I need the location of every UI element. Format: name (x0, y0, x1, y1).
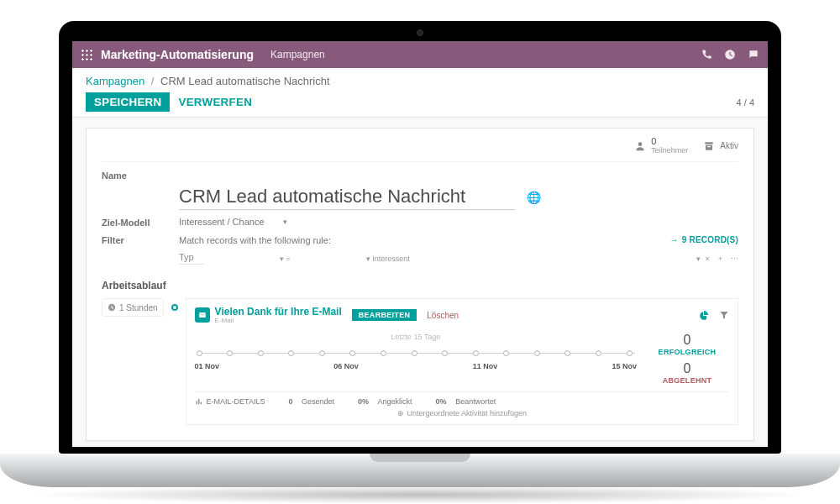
pie-icon[interactable] (699, 310, 709, 320)
activity-title[interactable]: Vielen Dank für Ihre E-Mail (215, 306, 342, 318)
xlabel: 15 Nov (612, 362, 637, 370)
active-stat[interactable]: Aktiv (703, 137, 738, 155)
email-details-link[interactable]: E-MAIL-DETAILS (195, 397, 265, 406)
name-input[interactable] (179, 184, 515, 210)
clock-icon[interactable] (724, 49, 736, 60)
target-model-label: Ziel-Modell (102, 218, 179, 228)
xlabel: 06 Nov (333, 362, 359, 370)
activity-card: Vielen Dank für Ihre E-Mail E-Mail BEARB… (186, 298, 738, 425)
participants-label: Teilnehmer (651, 146, 688, 155)
kpi-success-n: 0 (645, 333, 729, 348)
filter-hint: Match records with the following rule: (179, 235, 331, 245)
stat-replied: 0% Beantwortet (436, 397, 496, 406)
workflow-heading: Arbeitsablauf (102, 280, 738, 291)
phone-icon[interactable] (701, 49, 712, 60)
workflow-timeline (171, 298, 179, 425)
app-topbar: Marketing-Automatisierung Kampagnen (72, 41, 768, 68)
activity-sparkline: Letzte 15 Tage (195, 333, 637, 385)
user-icon (634, 140, 646, 152)
filter-icon[interactable] (719, 310, 729, 320)
filter-rule-row: Typ ▾ = ▾ Interessent ▾ × + ⋯ (102, 252, 738, 265)
kpi-reject-n: 0 (645, 361, 729, 376)
stat-sent: 0 Gesendet (288, 397, 334, 406)
kpi-success-l: ERFOLGREICH (645, 348, 729, 356)
filter-add-icon[interactable]: + (718, 255, 722, 263)
laptop-shadow (25, 486, 815, 504)
breadcrumb: Kampagnen / CRM Lead automatische Nachri… (72, 68, 768, 87)
mail-icon (195, 307, 210, 323)
form-sheet: 0 Teilnehmer Aktiv Name (86, 128, 754, 441)
menu-kampagnen[interactable]: Kampagnen (270, 49, 325, 60)
discard-button[interactable]: VERWERFEN (170, 92, 260, 112)
app-title: Marketing-Automatisierung (101, 48, 254, 61)
filter-label: Filter (102, 235, 179, 245)
active-label: Aktiv (720, 141, 738, 150)
target-model-value: Interessent / Chance (179, 217, 265, 227)
breadcrumb-current: CRM Lead automatische Nachricht (160, 75, 330, 87)
add-child-activity[interactable]: Untergeordnete Aktivität hinzufügen (195, 409, 729, 417)
archive-icon (703, 140, 715, 152)
activity-delay-chip[interactable]: 1 Stunden (102, 298, 164, 317)
filter-field-type[interactable]: Typ (179, 252, 204, 265)
participants-stat[interactable]: 0 Teilnehmer (634, 137, 688, 155)
xlabel: 11 Nov (473, 362, 498, 370)
edit-button[interactable]: BEARBEITEN (352, 309, 417, 321)
filter-op-1[interactable]: ▾ = (280, 255, 291, 263)
delete-link[interactable]: Löschen (427, 311, 459, 320)
kpi-reject-l: ABGELEHNT (645, 376, 729, 385)
breadcrumb-sep: / (148, 75, 158, 87)
filter-remove-icon[interactable]: ▾ × (696, 255, 709, 263)
laptop-base (0, 454, 840, 487)
apps-grid-icon[interactable] (81, 49, 92, 60)
laptop-camera (417, 29, 423, 36)
pager[interactable]: 4 / 4 (737, 97, 754, 108)
name-label: Name (102, 171, 179, 181)
breadcrumb-root[interactable]: Kampagnen (86, 75, 144, 87)
save-button[interactable]: SPEICHERN (86, 92, 170, 112)
sparkline-caption: Letzte 15 Tage (195, 333, 637, 341)
control-bar: SPEICHERN VERWERFEN 4 / 4 (72, 87, 768, 118)
clock-icon (108, 303, 116, 312)
filter-more-icon[interactable]: ⋯ (731, 255, 738, 263)
activity-type: E-Mail (215, 317, 342, 324)
target-model-select[interactable]: Interessent / Chance ▾ (179, 217, 287, 228)
globe-icon[interactable]: 🌐 (527, 191, 541, 204)
chevron-down-icon: ▾ (283, 218, 287, 226)
records-link[interactable]: → 9 RECORD(S) (670, 235, 738, 244)
chart-bar-icon (195, 397, 203, 406)
participants-count: 0 (651, 137, 688, 146)
xlabel: 01 Nov (195, 362, 220, 370)
filter-value[interactable]: ▾ Interessent (366, 255, 410, 263)
chat-icon[interactable] (748, 49, 759, 60)
stat-clicked: 0% Angeklickt (358, 397, 412, 406)
